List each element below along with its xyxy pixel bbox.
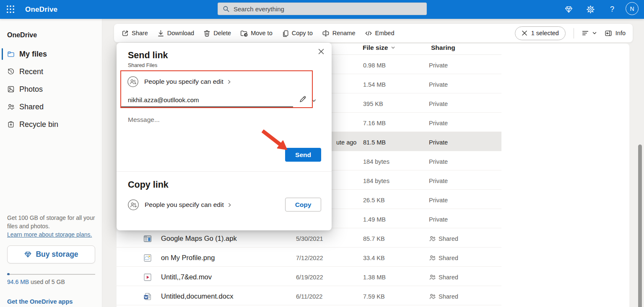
file-sharing: Private [429,191,448,209]
embed-icon [364,29,373,37]
download-icon [157,29,165,37]
video-file-icon [143,268,153,286]
edit-pencil-icon[interactable] [299,95,307,105]
column-header-sharing[interactable]: Sharing [431,44,455,52]
copy-button[interactable]: Copy [285,198,321,212]
file-size: 1.49 MB [363,210,386,229]
search-box[interactable] [218,3,427,15]
download-button[interactable]: Download [157,29,195,37]
share-button[interactable]: Share [121,29,148,37]
buy-storage-button[interactable]: Buy storage [7,245,95,263]
info-button[interactable]: Info [604,29,626,37]
file-size: 1.54 MB [363,75,386,94]
sharing-status-label: Shared [439,274,458,281]
dialog-close-button[interactable] [316,46,326,57]
dialog-title: Send link [128,49,168,62]
sort-view-button[interactable] [581,29,597,37]
shared-people-icon [429,273,436,281]
recipient-email[interactable]: nikhil.azza@outllook.com [128,97,199,103]
table-row[interactable]: Google Maps Go (1).apk 5/30/2021 85.7 KB… [117,228,501,248]
file-sharing: Private [429,210,448,229]
file-sharing: Shared [429,268,458,286]
app-launcher-waffle-icon[interactable] [7,5,15,13]
table-row[interactable]: on My Profile.png 7/12/2022 33.4 KB Shar… [117,248,501,267]
premium-button[interactable] [560,0,577,19]
storage-total-value: used of 5 GB [29,279,65,285]
file-sharing: Private [429,114,448,132]
vertical-scrollbar-thumb[interactable] [638,144,642,307]
dialog-divider [117,171,332,172]
chevron-down-icon[interactable] [311,98,317,105]
message-input[interactable]: Message... [128,116,160,123]
embed-label: Embed [375,30,395,36]
rename-button[interactable]: Rename [322,29,356,37]
copy-permission-label: People you specify can edit [145,201,224,209]
get-apps-link[interactable]: Get the OneDrive apps [7,297,73,306]
selection-count-label: 1 selected [531,30,559,36]
app-title[interactable]: OneDrive [25,0,57,19]
sharing-status-label: Private [429,139,448,146]
search-input[interactable] [234,5,410,13]
column-header-file-size[interactable]: File size [363,44,395,52]
sharing-header-label: Sharing [431,44,455,52]
storage-promo-text: Get 100 GB of storage for all yourfiles … [7,214,95,230]
storage-plans-link[interactable]: Learn more about storage plans. [7,230,92,239]
link-permission-selector[interactable]: People you specify can edit [127,76,231,87]
copy-to-button[interactable]: Copy to [281,29,313,37]
file-sharing: Private [429,94,448,113]
chevron-down-icon [391,45,395,50]
delete-button[interactable]: Delete [203,29,231,37]
copy-to-label: Copy to [292,30,313,36]
command-bar-actions: Share Download Delete [121,29,403,37]
file-size: 81.5 MB [363,133,386,152]
file-size: 1.38 MB [363,268,386,286]
storage-usage-text: 94.6 MB used of 5 GB [7,278,65,286]
sharing-status-label: Private [429,62,448,69]
sharing-status-label: Private [429,197,448,204]
close-icon [318,48,325,55]
info-pane-icon [604,29,613,37]
file-name: Untitled,document.docx [161,287,233,306]
share-label: Share [132,30,148,36]
copy-link-permission-selector[interactable]: People you specify can edit [128,199,232,210]
shared-people-icon [429,254,436,261]
send-button[interactable]: Send [285,148,321,162]
command-bar-right: 1 selected Info [515,24,626,42]
file-sharing: Shared [429,248,458,267]
file-size: 26.5 KB [363,191,385,209]
file-size: 0.98 MB [363,56,386,75]
move-to-button[interactable]: Move to [240,29,273,37]
avatar-initial: N [630,5,634,12]
file-sharing: Shared [429,229,458,248]
sharing-status-label: Private [429,120,448,126]
file-modified: 6/19/2022 [296,268,323,286]
delete-icon [203,29,211,37]
file-sharing: Private [429,56,448,75]
permission-label: People you specify can edit [144,78,223,85]
storage-usage-bar [7,273,95,275]
waffle-icon [7,5,15,13]
shared-people-icon [429,293,436,300]
diamond-icon [24,250,32,258]
file-sharing: Private [429,152,448,171]
storage-bar-fill [7,273,10,275]
file-size: 33.4 KB [363,248,385,267]
settings-button[interactable] [582,0,599,19]
file-size: 395 KB [363,94,383,113]
file-modified: 5/30/2021 [296,229,323,248]
account-avatar[interactable]: N [626,2,639,15]
file-modified: 6/11/2022 [296,287,322,306]
clear-selection-button[interactable]: 1 selected [515,26,566,40]
embed-button[interactable]: Embed [364,29,395,37]
chevron-down-icon [592,31,597,36]
table-row[interactable]: Untitled,document.docx 6/11/2022 7.59 KB… [117,286,501,305]
file-sharing: Private [429,171,448,190]
help-button[interactable]: ? [604,0,621,19]
file-name: Untitl,,7&ed.mov [161,268,212,286]
chevron-right-icon [227,80,231,84]
file-sharing: Private [429,75,448,94]
table-row[interactable]: Untitl,,7&ed.mov 6/19/2022 1.38 MB Share… [117,267,501,286]
sharing-status-label: Private [429,81,448,88]
apk-file-icon [143,229,153,248]
sidebar: OneDrive My files Recent [0,19,102,307]
